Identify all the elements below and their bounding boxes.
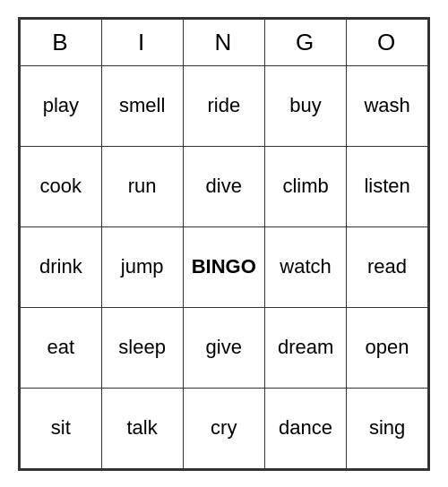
bingo-cell-3-3: dream (265, 307, 347, 388)
bingo-cell-2-1: jump (101, 226, 183, 307)
table-row: eatsleepgivedreamopen (21, 307, 428, 388)
header-cell-g: G (265, 19, 347, 65)
header-cell-n: N (183, 19, 264, 65)
table-row: drinkjumpBINGOwatchread (21, 226, 428, 307)
bingo-cell-4-0: sit (21, 388, 102, 468)
bingo-cell-2-0: drink (21, 226, 102, 307)
bingo-cell-4-3: dance (265, 388, 347, 468)
table-row: sittalkcrydancesing (21, 388, 428, 468)
bingo-cell-1-1: run (101, 146, 183, 226)
table-row: playsmellridebuywash (21, 65, 428, 146)
bingo-cell-3-2: give (183, 307, 264, 388)
bingo-cell-2-3: watch (265, 226, 347, 307)
bingo-cell-4-1: talk (101, 388, 183, 468)
bingo-cell-2-2: BINGO (183, 226, 264, 307)
header-cell-b: B (21, 19, 102, 65)
header-cell-i: I (101, 19, 183, 65)
bingo-cell-1-3: climb (265, 146, 347, 226)
bingo-cell-3-4: open (347, 307, 428, 388)
header-row: BINGO (21, 19, 428, 65)
bingo-cell-3-0: eat (21, 307, 102, 388)
bingo-cell-1-0: cook (21, 146, 102, 226)
table-row: cookrundiveclimblisten (21, 146, 428, 226)
bingo-cell-2-4: read (347, 226, 428, 307)
bingo-cell-0-4: wash (347, 65, 428, 146)
bingo-cell-3-1: sleep (101, 307, 183, 388)
bingo-cell-0-2: ride (183, 65, 264, 146)
bingo-cell-0-3: buy (265, 65, 347, 146)
bingo-card: BINGO playsmellridebuywashcookrundivecli… (18, 17, 430, 471)
bingo-cell-0-0: play (21, 65, 102, 146)
bingo-cell-1-4: listen (347, 146, 428, 226)
bingo-cell-4-4: sing (347, 388, 428, 468)
bingo-cell-4-2: cry (183, 388, 264, 468)
bingo-cell-1-2: dive (183, 146, 264, 226)
bingo-table: BINGO playsmellridebuywashcookrundivecli… (20, 19, 428, 469)
bingo-cell-0-1: smell (101, 65, 183, 146)
header-cell-o: O (347, 19, 428, 65)
